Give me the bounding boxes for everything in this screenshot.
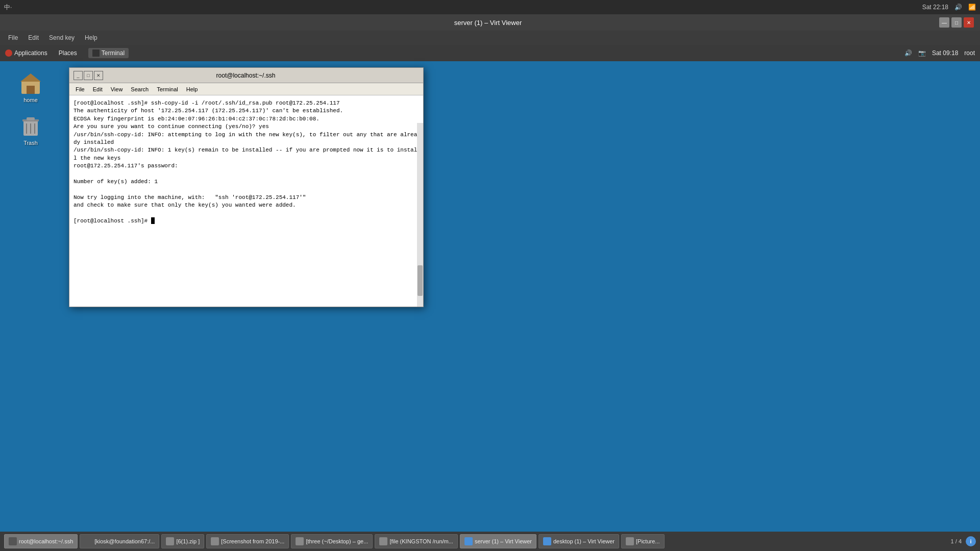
term-maximize-button[interactable]: □ [84,71,93,80]
home-icon-img [18,70,43,95]
close-button[interactable]: ✕ [964,17,974,28]
taskbar-desktop1-label: desktop (1) – Virt Viewer [553,538,615,544]
system-time: Sat 22:18 [922,4,948,11]
taskbar-picture[interactable]: [Picture... [621,534,664,548]
screenshot-inner-icon[interactable]: 📷 [918,49,926,57]
term-menu-edit[interactable]: Edit [90,85,106,93]
terminal-body[interactable]: [root@localhost .ssh]# ssh-copy-id -i /r… [69,95,423,307]
terminal-window-controls: _ □ ✕ [74,71,103,80]
window-controls: — □ ✕ [939,17,974,28]
volume-inner-icon[interactable]: 🔊 [904,49,912,57]
taskbar-terminal[interactable]: root@localhost:~/.ssh [4,534,78,548]
taskbar-file-label: [file (KINGSTON /run/m... [389,538,453,544]
term-menu-search[interactable]: Search [128,85,152,93]
applications-menu[interactable]: Applications [5,49,47,57]
page-info: 1 / 4 [951,538,962,544]
term-menu-terminal[interactable]: Terminal [154,85,181,93]
taskbar-screenshot-icon [211,537,219,545]
trash-icon-img [18,113,43,138]
terminal-tab[interactable]: Terminal [88,48,129,58]
outer-menubar: File Edit Send key Help [0,31,980,45]
desktop-icons: home Trash [10,70,51,146]
taskbar-desktop1[interactable]: desktop (1) – Virt Viewer [538,534,619,548]
inner-time: Sat 09:18 [932,49,958,57]
term-menu-file[interactable]: File [72,85,88,93]
terminal-content[interactable]: [root@localhost .ssh]# ssh-copy-id -i /r… [69,95,423,307]
inner-desktop: Applications Places Terminal 🔊 📷 Sat 09:… [0,45,980,551]
taskbar-zip[interactable]: [6(1).zip ] [161,534,204,548]
trash-icon[interactable]: Trash [10,113,51,146]
window-title: server (1) – Virt Viewer [454,19,522,27]
network-icon[interactable]: 📶 [968,4,976,11]
places-menu[interactable]: Places [56,48,80,58]
terminal-menubar: File Edit View Search Terminal Help [69,83,423,95]
terminal-tab-label: Terminal [102,49,125,57]
term-menu-help[interactable]: Help [183,85,201,93]
taskbar-file[interactable]: [file (KINGSTON /run/m... [375,534,458,548]
taskbar-kiosk-icon [84,537,92,545]
bottom-taskbar: root@localhost:~/.ssh [kiosk@foundation6… [0,532,980,551]
taskbar-three-icon [296,537,304,545]
terminal-window: _ □ ✕ root@localhost:~/.ssh File Edit Vi… [69,67,424,307]
inner-user[interactable]: root [964,49,975,57]
terminal-titlebar: _ □ ✕ root@localhost:~/.ssh [69,68,423,83]
terminal-icon [92,49,100,57]
terminal-scrollbar[interactable] [417,123,423,307]
menu-edit[interactable]: Edit [24,33,43,43]
home-label: home [23,97,38,103]
menu-sendkey[interactable]: Send key [45,33,79,43]
terminal-title: root@localhost:~/.ssh [103,72,388,79]
applications-icon [5,49,12,57]
system-bar-left: 中· [4,3,12,12]
menu-file[interactable]: File [4,33,22,43]
taskbar-kiosk[interactable]: [kiosk@foundation67:/... [80,534,159,548]
system-bar-right: Sat 22:18 🔊 📶 [922,4,976,11]
maximize-button[interactable]: □ [951,17,962,28]
taskbar-screenshot-label: [Screenshot from 2019-... [221,538,284,544]
taskbar-terminal-icon [9,537,17,545]
taskbar-zip-label: [6(1).zip ] [176,538,200,544]
minimize-button[interactable]: — [939,17,949,28]
trash-label: Trash [23,140,38,146]
taskbar-file-icon [379,537,387,545]
taskbar-three[interactable]: [three (~/Desktop) – ge... [291,534,373,548]
svg-marker-1 [20,73,41,82]
taskbar-server1-label: server (1) – Virt Viewer [475,538,532,544]
term-close-button[interactable]: ✕ [94,71,103,80]
inner-panel-left: Applications Places Terminal [5,48,129,58]
taskbar-server1-icon [464,537,473,545]
taskbar-picture-label: [Picture... [636,538,659,544]
volume-icon[interactable]: 🔊 [954,4,962,11]
inner-panel: Applications Places Terminal 🔊 📷 Sat 09:… [0,45,980,61]
taskbar-kiosk-label: [kiosk@foundation67:/... [94,538,155,544]
menu-help[interactable]: Help [81,33,102,43]
taskbar-picture-icon [626,537,634,545]
svg-rect-2 [27,86,35,94]
taskbar-desktop1-icon [543,537,551,545]
taskbar-screenshot[interactable]: [Screenshot from 2019-... [206,534,289,548]
taskbar-three-label: [three (~/Desktop) – ge... [306,538,368,544]
scrollbar-thumb [418,265,423,296]
taskbar-zip-icon [166,537,174,545]
taskbar-right: 1 / 4 i [951,536,976,546]
term-menu-view[interactable]: View [108,85,126,93]
svg-rect-5 [27,117,35,120]
taskbar-terminal-label: root@localhost:~/.ssh [19,538,73,544]
outer-window: 中· Sat 22:18 🔊 📶 server (1) – Virt Viewe… [0,0,980,551]
term-minimize-button[interactable]: _ [74,71,83,80]
info-button[interactable]: i [966,536,976,546]
system-bar: 中· Sat 22:18 🔊 📶 [0,0,980,14]
inner-panel-right: 🔊 📷 Sat 09:18 root [904,49,975,57]
terminal-cursor [151,217,155,224]
taskbar-server1[interactable]: server (1) – Virt Viewer [460,534,536,548]
input-method-indicator: 中· [4,3,12,12]
home-icon[interactable]: home [10,70,51,103]
window-titlebar: server (1) – Virt Viewer — □ ✕ [0,14,980,31]
applications-label[interactable]: Applications [14,49,47,57]
